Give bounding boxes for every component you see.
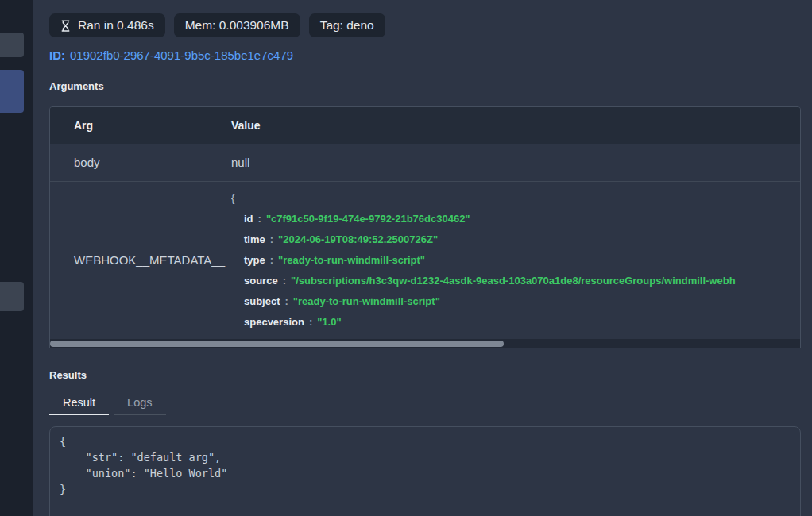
object-entry: specversion:"1.0" [231,312,800,333]
object-key: type [244,254,265,266]
tag-badge-label: Tag: deno [320,18,374,33]
object-value: "2024-06-19T08:49:52.2500726Z" [278,233,438,245]
object-entry: subject:"ready-to-run-windmill-script" [231,291,800,312]
object-colon: : [285,295,288,307]
object-colon: : [270,233,273,245]
object-key: specversion [244,316,304,328]
object-colon: : [258,213,261,225]
sidebar-item[interactable] [0,33,24,57]
job-run-detail: Ran in 0.486s Mem: 0.003906MB Tag: deno … [33,0,812,516]
object-key: subject [244,295,280,307]
tab-logs[interactable]: Logs [114,391,165,415]
arg-value-object: { id:"c7f91c50-9f19-474e-9792-21b76dc304… [231,181,800,339]
object-value: "ready-to-run-windmill-script" [293,295,440,307]
sidebar [0,0,33,516]
object-value: "/subscriptions/h3c3qw-d1232-4asdk-9easd… [291,275,736,287]
object-entry: source:"/subscriptions/h3c3qw-d1232-4asd… [231,271,800,291]
run-badges: Ran in 0.486s Mem: 0.003906MB Tag: deno [49,0,801,37]
job-id-value[interactable]: 01902fb0-2967-4091-9b5c-185be1e7c479 [70,48,293,62]
memory-badge: Mem: 0.003906MB [174,13,300,37]
arg-name: body [50,144,231,181]
arguments-title: Arguments [49,80,801,92]
object-value: "c7f91c50-9f19-474e-9792-21b76dc30462" [266,213,470,225]
sidebar-item-active[interactable] [0,70,24,113]
result-json: { "str": "default arg", "union": "Hello … [50,427,800,503]
object-colon: : [270,254,273,266]
object-key: id [244,213,253,225]
result-output: { "str": "default arg", "union": "Hello … [49,426,801,516]
object-open-brace: { [231,188,800,209]
results-tabs: Result Logs [49,391,801,415]
memory-badge-label: Mem: 0.003906MB [185,18,289,33]
object-key: source [244,275,278,287]
object-entry: type:"ready-to-run-windmill-script" [231,250,800,271]
object-value: "ready-to-run-windmill-script" [278,254,425,266]
column-header-value: Value [231,107,800,144]
table-row: WEBHOOK__METADATA__ { id:"c7f91c50-9f19-… [50,181,800,339]
results-title: Results [49,369,801,381]
table-row: body null [50,144,800,181]
object-colon: : [309,316,312,328]
table-header-row: Arg Value [50,107,800,144]
hourglass-icon [60,20,71,32]
tab-result[interactable]: Result [49,391,109,415]
object-entry: id:"c7f91c50-9f19-474e-9792-21b76dc30462… [231,209,800,229]
tag-badge: Tag: deno [309,13,385,37]
sidebar-item[interactable] [0,282,24,311]
arguments-table: Arg Value body null WEBHOOK__METADATA__ … [49,106,801,348]
runtime-badge-label: Ran in 0.486s [78,18,154,33]
job-id-label: ID: [49,48,65,62]
arg-value: null [231,144,800,181]
scrollbar-thumb[interactable] [50,341,504,347]
object-colon: : [283,275,286,287]
runtime-badge: Ran in 0.486s [49,13,165,37]
object-value: "1.0" [317,316,341,328]
object-entry: time:"2024-06-19T08:49:52.2500726Z" [231,229,800,250]
object-key: time [244,233,265,245]
horizontal-scrollbar[interactable] [50,339,800,348]
column-header-arg: Arg [50,107,231,144]
arg-name: WEBHOOK__METADATA__ [50,181,231,339]
job-id-line: ID:01902fb0-2967-4091-9b5c-185be1e7c479 [49,48,801,62]
